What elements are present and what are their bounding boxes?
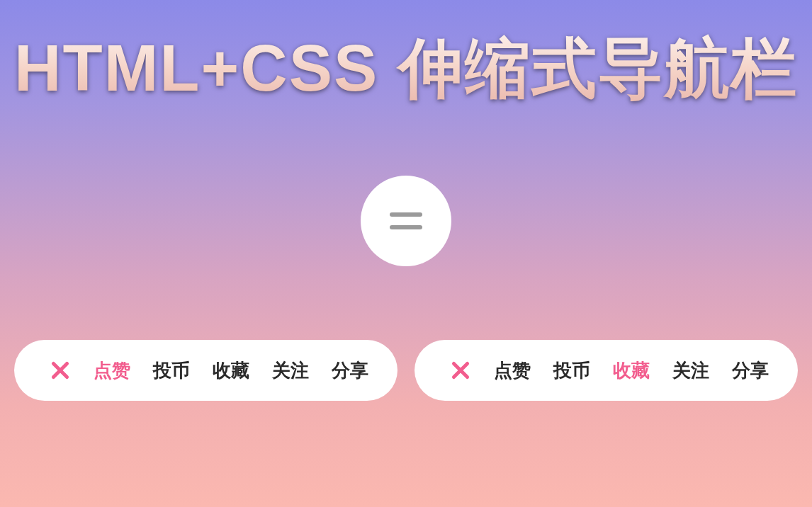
nav-pill-right: 点赞 投币 收藏 关注 分享 <box>415 340 798 401</box>
nav-row: 点赞 投币 收藏 关注 分享 点赞 投币 收藏 关注 分享 <box>0 340 812 401</box>
nav-pill-left: 点赞 投币 收藏 关注 分享 <box>14 340 397 401</box>
nav-item-share[interactable]: 分享 <box>732 358 769 383</box>
nav-item-coin[interactable]: 投币 <box>553 358 590 383</box>
nav-item-favorite[interactable]: 收藏 <box>213 358 249 383</box>
nav-item-like[interactable]: 点赞 <box>494 358 531 383</box>
nav-item-follow[interactable]: 关注 <box>272 358 309 383</box>
nav-item-like[interactable]: 点赞 <box>94 358 130 383</box>
menu-toggle-button[interactable] <box>361 176 451 266</box>
close-icon[interactable] <box>50 360 71 381</box>
nav-item-coin[interactable]: 投币 <box>153 358 190 383</box>
nav-item-follow[interactable]: 关注 <box>672 358 709 383</box>
nav-item-share[interactable]: 分享 <box>332 358 368 383</box>
page-title: HTML+CSS 伸缩式导航栏 <box>0 25 812 113</box>
close-icon[interactable] <box>450 360 471 381</box>
hamburger-icon <box>390 212 422 229</box>
nav-item-favorite[interactable]: 收藏 <box>613 358 650 383</box>
